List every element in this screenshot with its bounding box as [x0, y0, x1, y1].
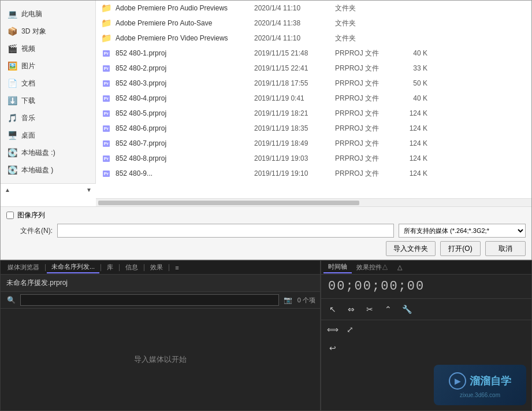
- file-size: 124 K: [393, 124, 427, 132]
- watermark-url: zixue.3d66.com: [460, 392, 500, 398]
- filename-input[interactable]: [57, 224, 394, 238]
- file-type: PRPROJ 文件: [335, 109, 393, 119]
- import-folder-button[interactable]: 导入文件夹: [386, 241, 436, 256]
- project-tab-1[interactable]: 未命名序列发...: [47, 261, 99, 273]
- timecode-display: 00;00;00;00: [321, 275, 531, 299]
- sidebar-label: 下载: [21, 96, 35, 106]
- right-tab-1[interactable]: 效果控件△: [352, 262, 393, 273]
- file-date: 2019/11/19 18:21: [254, 109, 335, 117]
- file-date: 2019/11/15 22:41: [254, 64, 335, 72]
- project-tab-4[interactable]: 效果: [146, 262, 168, 273]
- sidebar-icon-desktop: 🖥️: [6, 129, 18, 141]
- file-name: 852 480-4.prproj: [116, 94, 254, 102]
- file-list-area: 📁 Adobe Premiere Pro Audio Previews 2020…: [96, 1, 531, 206]
- project-toolbar: 🔍 📷 0 个项: [1, 292, 320, 309]
- sidebar-item-image[interactable]: 🖼️图片: [1, 57, 95, 75]
- file-item[interactable]: Pr 852 480-7.prproj 2019/11/19 18:49 PRP…: [96, 136, 531, 151]
- file-type: 文件夹: [335, 34, 393, 43]
- sidebar-item-download[interactable]: ⬇️下载: [1, 92, 95, 109]
- sidebar-item-pc[interactable]: 💻此电脑: [1, 5, 95, 23]
- sidebar-icon-download: ⬇️: [6, 95, 18, 106]
- sidebar-icon-pc: 💻: [6, 8, 18, 20]
- right-tab-0[interactable]: 时间轴: [323, 261, 352, 273]
- sidebar-item-drive[interactable]: 💽本地磁盘 :): [1, 144, 95, 161]
- sidebar-item-drive2[interactable]: 💽本地磁盘 ): [1, 161, 95, 179]
- transport-controls-2: ↩: [321, 339, 531, 357]
- cancel-button[interactable]: 取消: [485, 241, 526, 256]
- nav-down-arrow[interactable]: ▼: [84, 185, 94, 194]
- file-name: 852 480-3.prproj: [116, 79, 254, 87]
- project-tabs: 媒体浏览器未命名序列发...库信息效果≡: [1, 261, 320, 275]
- file-name: 852 480-9...: [116, 169, 254, 177]
- right-panel: 时间轴效果控件△△ 00;00;00;00 ↖ ⇔ ✂ ⌃ 🔧 ⟺ ⤢ ↩ ▶ …: [321, 260, 532, 411]
- sidebar-label: 视频: [21, 44, 35, 54]
- pr-icon: Pr: [101, 92, 112, 104]
- pr-icon: Pr: [101, 77, 112, 89]
- filename-label: 文件名(N):: [6, 226, 53, 236]
- dialog-bottom: 图像序列 文件名(N): 所有支持的媒体 (*.264;*.3G2;* 导入文件…: [1, 206, 531, 260]
- sidebar-item-music[interactable]: 🎵音乐: [1, 109, 95, 127]
- select-tool[interactable]: ↖: [326, 302, 340, 316]
- right-tab-2[interactable]: △: [393, 262, 407, 272]
- project-search[interactable]: [20, 294, 279, 306]
- sidebar-label: 3D 对象: [21, 27, 46, 36]
- wrench-tool[interactable]: 🔧: [400, 302, 414, 316]
- sidebar-item-3d[interactable]: 📦3D 对象: [1, 23, 95, 40]
- sidebar-label: 本地磁盘 :): [21, 148, 55, 158]
- open-button[interactable]: 打开(O): [440, 241, 481, 256]
- file-item[interactable]: Pr 852 480-5.prproj 2019/11/19 18:21 PRP…: [96, 106, 531, 121]
- sidebar-label: 本地磁盘 ): [21, 165, 53, 175]
- sidebar-label: 音乐: [21, 113, 35, 123]
- horizontal-scrollbar[interactable]: [96, 198, 531, 206]
- file-item[interactable]: Pr 852 480-3.prproj 2019/11/18 17:55 PRP…: [96, 76, 531, 91]
- project-tab-5[interactable]: ≡: [170, 263, 183, 272]
- image-sequence-checkbox[interactable]: [6, 212, 14, 219]
- premiere-background: 媒体浏览器未命名序列发...库信息效果≡ 未命名序援发.prproj 🔍 📷 0…: [0, 260, 532, 411]
- file-item[interactable]: Pr 852 480-8.prproj 2019/11/19 19:03 PRP…: [96, 151, 531, 166]
- project-tab-2[interactable]: 库: [102, 262, 118, 273]
- sidebar-icon-3d: 📦: [6, 25, 18, 37]
- project-title: 未命名序援发.prproj: [1, 275, 320, 292]
- file-type: 文件夹: [335, 3, 393, 13]
- sidebar-item-video[interactable]: 🎬视频: [1, 40, 95, 57]
- zoom-in-btn[interactable]: ⟺: [326, 323, 340, 336]
- file-name: 852 480-1.prproj: [116, 49, 254, 57]
- file-item[interactable]: Pr 852 480-1.prproj 2019/11/15 21:48 PRP…: [96, 46, 531, 61]
- project-tab-3[interactable]: 信息: [121, 262, 143, 273]
- sidebar-item-desktop[interactable]: 🖥️桌面: [1, 127, 95, 144]
- file-name: Adobe Premiere Pro Auto-Save: [116, 19, 254, 27]
- pr-icon: Pr: [101, 138, 112, 149]
- camera-icon[interactable]: 📷: [282, 294, 294, 306]
- sidebar-label: 桌面: [21, 131, 35, 140]
- back-btn[interactable]: ↩: [326, 341, 340, 355]
- file-date: 2020/1/4 11:10: [254, 4, 335, 12]
- nav-up-arrow[interactable]: ▲: [3, 185, 12, 194]
- filetype-select[interactable]: 所有支持的媒体 (*.264;*.3G2;*: [399, 224, 526, 238]
- file-item[interactable]: Pr 852 480-6.prproj 2019/11/19 18:35 PRP…: [96, 121, 531, 136]
- file-item[interactable]: 📁 Adobe Premiere Pro Video Previews 2020…: [96, 31, 531, 46]
- file-name: 852 480-5.prproj: [116, 109, 254, 117]
- sidebar-icon-image: 🖼️: [6, 60, 18, 72]
- file-item[interactable]: 📁 Adobe Premiere Pro Audio Previews 2020…: [96, 1, 531, 16]
- file-item[interactable]: Pr 852 480-4.prproj 2019/11/19 0:41 PRPR…: [96, 91, 531, 106]
- expand-btn[interactable]: ⤢: [343, 323, 357, 336]
- file-item[interactable]: Pr 852 480-9... 2019/11/19 19:10 PRPROJ …: [96, 166, 531, 181]
- sidebar-label: 文档: [21, 79, 35, 88]
- razor-tool[interactable]: ⌃: [381, 302, 395, 316]
- file-type: PRPROJ 文件: [335, 139, 393, 149]
- sidebar-item-doc[interactable]: 📄文档: [1, 75, 95, 92]
- project-tab-0[interactable]: 媒体浏览器: [3, 262, 44, 273]
- file-item[interactable]: 📁 Adobe Premiere Pro Auto-Save 2020/1/4 …: [96, 16, 531, 31]
- sidebar-icon-music: 🎵: [6, 112, 18, 124]
- file-type: PRPROJ 文件: [335, 64, 393, 73]
- file-item[interactable]: Pr 852 480-2.prproj 2019/11/15 22:41 PRP…: [96, 61, 531, 76]
- move-tool[interactable]: ⇔: [344, 302, 358, 316]
- file-type: 文件夹: [335, 18, 393, 28]
- trim-tool[interactable]: ✂: [363, 302, 377, 316]
- file-name: Adobe Premiere Pro Video Previews: [116, 34, 254, 42]
- file-name: 852 480-7.prproj: [116, 139, 254, 147]
- file-size: 50 K: [393, 79, 427, 87]
- project-panel: 媒体浏览器未命名序列发...库信息效果≡ 未命名序援发.prproj 🔍 📷 0…: [0, 260, 321, 411]
- file-list: 📁 Adobe Premiere Pro Audio Previews 2020…: [96, 1, 531, 198]
- file-name: 852 480-2.prproj: [116, 64, 254, 72]
